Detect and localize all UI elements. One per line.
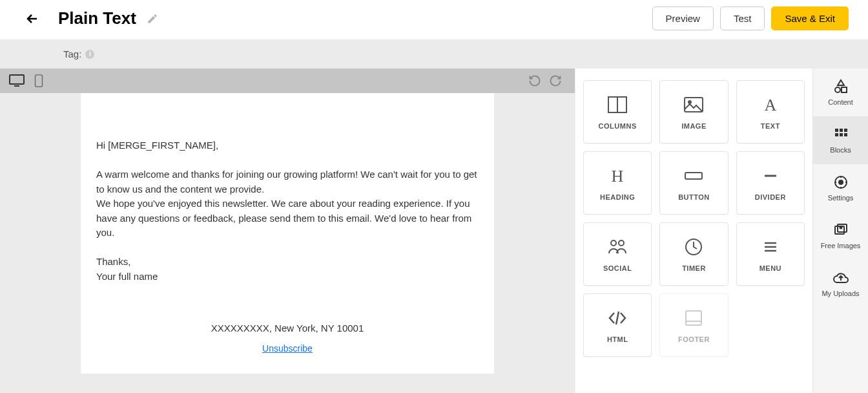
svg-point-20 (835, 87, 840, 92)
block-label: FOOTER (678, 335, 710, 343)
test-button[interactable]: Test (720, 6, 765, 30)
info-icon[interactable]: i (85, 50, 94, 59)
block-divider[interactable]: DIVIDER (736, 151, 805, 215)
block-label: TEXT (761, 122, 780, 130)
svg-rect-1 (14, 85, 19, 87)
svg-marker-19 (838, 80, 844, 85)
svg-point-12 (619, 240, 624, 246)
email-unsubscribe: Unsubscribe (96, 343, 479, 354)
block-button[interactable]: BUTTON (659, 151, 728, 215)
rail-free-images[interactable]: Free Images (813, 212, 868, 260)
email-signature: Your full name (96, 270, 479, 284)
block-social[interactable]: SOCIAL (583, 222, 652, 286)
rail-my-uploads[interactable]: My Uploads (813, 260, 868, 308)
free-images-icon (833, 222, 849, 238)
undo-icon[interactable] (528, 74, 541, 87)
svg-rect-9 (685, 173, 702, 179)
content-icon (833, 79, 849, 94)
svg-rect-21 (842, 87, 847, 92)
mobile-icon[interactable] (31, 74, 46, 87)
block-image[interactable]: IMAGE (659, 80, 728, 143)
text-icon: A (760, 94, 781, 116)
pencil-icon[interactable] (147, 13, 158, 25)
tag-label: Tag: (63, 48, 81, 59)
block-footer: FOOTER (659, 293, 728, 357)
social-icon (606, 236, 628, 258)
svg-rect-27 (844, 133, 847, 136)
header: Plain Text Preview Test Save & Exit (0, 0, 868, 39)
side-rail: Content Blocks Settings Free Images My U… (812, 69, 868, 393)
timer-icon (683, 236, 705, 258)
block-timer[interactable]: TIMER (659, 222, 728, 286)
rail-label: Free Images (821, 242, 861, 250)
svg-rect-17 (686, 311, 701, 325)
footer-icon (683, 307, 705, 329)
rail-label: My Uploads (822, 290, 859, 297)
desktop-icon[interactable] (9, 74, 25, 87)
rail-label: Content (828, 98, 853, 106)
blocks-icon (833, 127, 849, 142)
redo-icon[interactable] (549, 74, 562, 87)
block-label: IMAGE (681, 122, 707, 130)
uploads-icon (833, 270, 849, 286)
back-arrow-icon[interactable] (25, 11, 40, 27)
canvas-toolbar (0, 69, 575, 93)
email-paragraph-2: We hope you've enjoyed this newsletter. … (96, 197, 479, 240)
block-label: BUTTON (678, 193, 710, 201)
svg-rect-22 (835, 129, 838, 132)
workspace: Hi [MERGE_FIRST_NAME], A warm welcome an… (0, 69, 868, 393)
svg-rect-2 (36, 75, 43, 87)
rail-blocks[interactable]: Blocks (813, 116, 868, 164)
email-body[interactable]: Hi [MERGE_FIRST_NAME], A warm welcome an… (81, 93, 494, 374)
block-label: HEADING (600, 193, 635, 201)
divider-icon (760, 165, 781, 187)
html-icon (606, 307, 628, 329)
email-paragraph-1: A warm welcome and thanks for joining ou… (96, 167, 479, 197)
save-exit-button[interactable]: Save & Exit (771, 6, 849, 30)
svg-point-32 (840, 227, 842, 229)
tag-bar: Tag: i (0, 39, 868, 69)
svg-rect-24 (844, 129, 847, 132)
unsubscribe-link[interactable]: Unsubscribe (262, 343, 313, 354)
canvas-area: Hi [MERGE_FIRST_NAME], A warm welcome an… (0, 69, 575, 393)
svg-text:H: H (612, 167, 624, 186)
block-text[interactable]: A TEXT (736, 80, 805, 143)
rail-content[interactable]: Content (813, 69, 868, 116)
svg-point-29 (839, 180, 843, 184)
block-columns[interactable]: COLUMNS (583, 80, 652, 143)
svg-rect-23 (840, 129, 843, 132)
rail-label: Settings (828, 194, 854, 202)
columns-icon (606, 94, 628, 116)
block-label: MENU (760, 264, 781, 272)
svg-text:A: A (764, 96, 776, 114)
svg-rect-0 (10, 75, 24, 84)
block-heading[interactable]: H HEADING (583, 151, 652, 215)
svg-point-11 (611, 240, 616, 246)
menu-icon (760, 236, 781, 258)
svg-rect-25 (835, 133, 838, 136)
settings-icon (833, 175, 849, 190)
image-icon (683, 94, 705, 116)
heading-icon: H (606, 165, 628, 187)
canvas-scroll[interactable]: Hi [MERGE_FIRST_NAME], A warm welcome an… (0, 93, 575, 393)
email-text-block[interactable]: Hi [MERGE_FIRST_NAME], A warm welcome an… (96, 138, 479, 284)
block-menu[interactable]: MENU (736, 222, 805, 286)
email-greeting: Hi [MERGE_FIRST_NAME], (96, 138, 479, 153)
page-title: Plain Text (58, 8, 136, 28)
email-address: XXXXXXXXX, New York, NY 10001 (96, 323, 479, 334)
block-label: COLUMNS (599, 122, 637, 130)
block-label: TIMER (682, 264, 706, 272)
svg-rect-26 (840, 133, 843, 136)
blocks-panel: COLUMNS IMAGE A TEXT H HEADING BUTTON DI… (575, 69, 812, 393)
button-icon (683, 165, 705, 187)
block-label: HTML (607, 335, 628, 343)
rail-label: Blocks (830, 146, 851, 154)
block-html[interactable]: HTML (583, 293, 652, 357)
preview-button[interactable]: Preview (652, 6, 714, 30)
rail-settings[interactable]: Settings (813, 164, 868, 212)
block-label: SOCIAL (603, 264, 632, 272)
email-thanks: Thanks, (96, 255, 479, 270)
svg-point-6 (688, 101, 691, 103)
block-label: DIVIDER (755, 193, 786, 201)
